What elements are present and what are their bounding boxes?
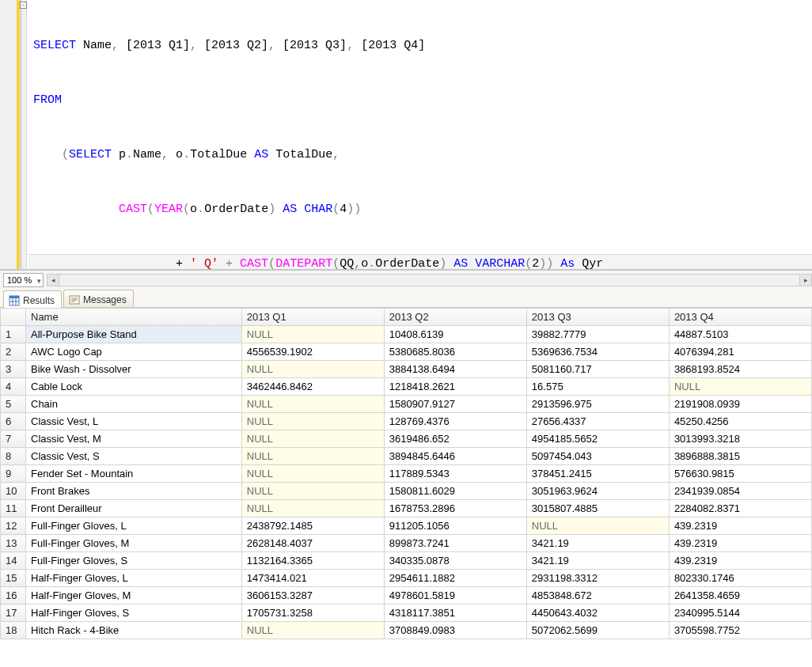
cell[interactable]: NULL xyxy=(241,622,384,639)
cell[interactable]: 899873.7241 xyxy=(384,535,526,552)
table-row[interactable]: 10Front BrakesNULL1580811.60293051963.96… xyxy=(1,483,812,500)
cell[interactable]: Hitch Rack - 4-Bike xyxy=(26,622,242,639)
tab-results[interactable]: Results xyxy=(3,290,62,308)
scroll-right-icon[interactable]: ▸ xyxy=(799,275,811,286)
row-number[interactable]: 6 xyxy=(1,413,26,430)
cell[interactable]: 340335.0878 xyxy=(384,552,526,570)
row-number[interactable]: 5 xyxy=(1,396,26,413)
cell[interactable]: 2641358.4659 xyxy=(669,587,811,604)
table-row[interactable]: 5ChainNULL1580907.91272913596.9752191908… xyxy=(1,396,812,413)
cell[interactable]: 3884138.6494 xyxy=(384,361,526,378)
cell[interactable]: 5369636.7534 xyxy=(526,343,669,361)
cell[interactable]: 439.2319 xyxy=(669,517,811,535)
col-q4[interactable]: 2013 Q4 xyxy=(669,309,811,326)
table-row[interactable]: 18Hitch Rack - 4-BikeNULL3708849.0983507… xyxy=(1,622,812,639)
cell[interactable]: 1678753.2896 xyxy=(384,500,526,517)
cell[interactable]: NULL xyxy=(241,448,384,465)
row-number[interactable]: 18 xyxy=(1,622,26,639)
table-row[interactable]: 12Full-Finger Gloves, L2438792.148591120… xyxy=(1,517,812,535)
cell[interactable]: NULL xyxy=(241,361,384,378)
col-name[interactable]: Name xyxy=(26,309,242,326)
cell[interactable]: 5081160.717 xyxy=(526,361,669,378)
table-row[interactable]: 15Half-Finger Gloves, L1473414.021295461… xyxy=(1,570,812,587)
cell[interactable]: Classic Vest, M xyxy=(26,430,242,448)
cell[interactable]: 4853848.672 xyxy=(526,587,669,604)
cell[interactable]: Half-Finger Gloves, L xyxy=(26,570,242,587)
cell[interactable]: 4556539.1902 xyxy=(241,343,384,361)
table-row[interactable]: 1All-Purpose Bike StandNULL10408.6139398… xyxy=(1,326,812,343)
table-row[interactable]: 11Front DerailleurNULL1678753.2896301580… xyxy=(1,500,812,517)
scroll-left-icon[interactable]: ◂ xyxy=(47,275,59,286)
cell[interactable]: Front Derailleur xyxy=(26,500,242,517)
sql-editor-pane[interactable]: − SELECT Name, [2013 Q1], [2013 Q2], [20… xyxy=(0,0,812,270)
cell[interactable]: 44887.5103 xyxy=(669,326,811,343)
row-number[interactable]: 1 xyxy=(1,326,26,343)
table-row[interactable]: 6Classic Vest, LNULL128769.437627656.433… xyxy=(1,413,812,430)
col-q3[interactable]: 2013 Q3 xyxy=(526,309,669,326)
cell[interactable]: Full-Finger Gloves, L xyxy=(26,517,242,535)
cell[interactable]: 2438792.1485 xyxy=(241,517,384,535)
row-number[interactable]: 10 xyxy=(1,483,26,500)
table-row[interactable]: 4Cable Lock3462446.84621218418.262116.57… xyxy=(1,378,812,396)
table-row[interactable]: 7Classic Vest, MNULL3619486.6524954185.5… xyxy=(1,430,812,448)
cell[interactable]: 439.2319 xyxy=(669,552,811,570)
tab-messages[interactable]: Messages xyxy=(63,290,134,307)
cell[interactable]: NULL xyxy=(526,517,669,535)
table-row[interactable]: 13Full-Finger Gloves, M2628148.403789987… xyxy=(1,535,812,552)
cell[interactable]: 4954185.5652 xyxy=(526,430,669,448)
cell[interactable]: Fender Set - Mountain xyxy=(26,465,242,483)
row-number[interactable]: 13 xyxy=(1,535,26,552)
col-q2[interactable]: 2013 Q2 xyxy=(384,309,526,326)
cell[interactable]: 2341939.0854 xyxy=(669,483,811,500)
cell[interactable]: 27656.4337 xyxy=(526,413,669,430)
cell[interactable]: 39882.7779 xyxy=(526,326,669,343)
cell[interactable]: 10408.6139 xyxy=(384,326,526,343)
cell[interactable]: NULL xyxy=(241,430,384,448)
cell[interactable]: 439.2319 xyxy=(669,535,811,552)
cell[interactable]: 3421.19 xyxy=(526,535,669,552)
cell[interactable]: 3051963.9624 xyxy=(526,483,669,500)
cell[interactable]: 802330.1746 xyxy=(669,570,811,587)
cell[interactable]: NULL xyxy=(241,500,384,517)
cell[interactable]: Classic Vest, L xyxy=(26,413,242,430)
row-number[interactable]: 7 xyxy=(1,430,26,448)
cell[interactable]: 2954611.1882 xyxy=(384,570,526,587)
cell[interactable]: 45250.4256 xyxy=(669,413,811,430)
cell[interactable]: 3708849.0983 xyxy=(384,622,526,639)
row-number[interactable]: 11 xyxy=(1,500,26,517)
cell[interactable]: 2913596.975 xyxy=(526,396,669,413)
row-number[interactable]: 14 xyxy=(1,552,26,570)
cell[interactable]: NULL xyxy=(241,483,384,500)
cell[interactable]: 3421.19 xyxy=(526,552,669,570)
cell[interactable]: 4978601.5819 xyxy=(384,587,526,604)
row-number[interactable]: 17 xyxy=(1,604,26,622)
cell[interactable]: NULL xyxy=(241,396,384,413)
row-number[interactable]: 8 xyxy=(1,448,26,465)
cell[interactable]: 3894845.6446 xyxy=(384,448,526,465)
cell[interactable]: Classic Vest, S xyxy=(26,448,242,465)
cell[interactable]: 3462446.8462 xyxy=(241,378,384,396)
results-grid[interactable]: Name 2013 Q1 2013 Q2 2013 Q3 2013 Q4 1Al… xyxy=(0,308,812,639)
code-area[interactable]: SELECT Name, [2013 Q1], [2013 Q2], [2013… xyxy=(28,0,812,270)
cell[interactable]: NULL xyxy=(241,413,384,430)
cell[interactable]: 117889.5343 xyxy=(384,465,526,483)
cell[interactable]: Chain xyxy=(26,396,242,413)
cell[interactable]: Full-Finger Gloves, M xyxy=(26,535,242,552)
table-row[interactable]: 17Half-Finger Gloves, S1705731.325843181… xyxy=(1,604,812,622)
cell[interactable]: 911205.1056 xyxy=(384,517,526,535)
cell[interactable]: 576630.9815 xyxy=(669,465,811,483)
table-row[interactable]: 8Classic Vest, SNULL3894845.64465097454.… xyxy=(1,448,812,465)
cell[interactable]: 4450643.4032 xyxy=(526,604,669,622)
cell[interactable]: 378451.2415 xyxy=(526,465,669,483)
cell[interactable]: 2931198.3312 xyxy=(526,570,669,587)
table-row[interactable]: 9Fender Set - MountainNULL117889.5343378… xyxy=(1,465,812,483)
corner-cell[interactable] xyxy=(1,309,26,326)
results-pane[interactable]: Name 2013 Q1 2013 Q2 2013 Q3 2013 Q4 1Al… xyxy=(0,308,812,665)
cell[interactable]: 1132164.3365 xyxy=(241,552,384,570)
table-row[interactable]: 3Bike Wash - DissolverNULL3884138.649450… xyxy=(1,361,812,378)
cell[interactable]: 3868193.8524 xyxy=(669,361,811,378)
cell[interactable]: 2340995.5144 xyxy=(669,604,811,622)
row-number[interactable]: 2 xyxy=(1,343,26,361)
table-row[interactable]: 2AWC Logo Cap4556539.19025380685.8036536… xyxy=(1,343,812,361)
table-row[interactable]: 14Full-Finger Gloves, S1132164.336534033… xyxy=(1,552,812,570)
